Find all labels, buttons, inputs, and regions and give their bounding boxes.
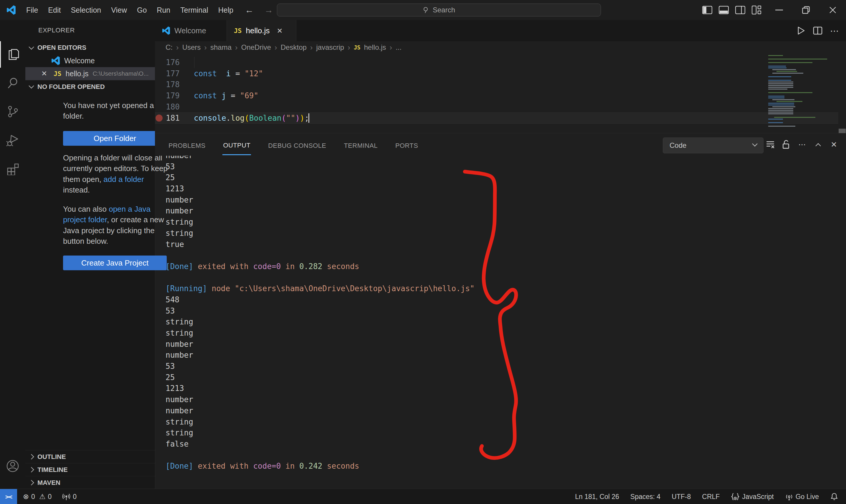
panel-more-actions-icon[interactable]: ⋯ xyxy=(797,140,807,149)
layout-controls xyxy=(702,0,761,20)
panel-tab-debug-console[interactable]: DEBUG CONSOLE xyxy=(267,134,327,155)
maximize-panel-icon[interactable] xyxy=(813,140,823,149)
outline-section[interactable]: OUTLINE xyxy=(25,450,155,463)
split-editor-icon[interactable] xyxy=(813,26,823,35)
code-text: const j = "69" xyxy=(194,90,258,101)
toggle-panel-icon[interactable] xyxy=(719,6,729,14)
language-mode[interactable]: JavaScript xyxy=(731,493,774,501)
output-line: 548 xyxy=(165,294,846,306)
ports-status[interactable]: 0 xyxy=(62,492,76,501)
vscode-window: FileEditSelectionViewGoRunTerminalHelp ←… xyxy=(0,0,846,504)
cursor-position[interactable]: Ln 181, Col 26 xyxy=(575,493,619,501)
menu-view[interactable]: View xyxy=(106,6,132,14)
code-line-179: 179const j = "69" xyxy=(155,90,838,101)
breadcrumb-separator-icon: › xyxy=(204,43,207,52)
menu-terminal[interactable]: Terminal xyxy=(175,6,213,14)
search-sidebar-icon[interactable] xyxy=(0,70,25,96)
toggle-secondary-sidebar-icon[interactable] xyxy=(735,6,745,14)
menu-file[interactable]: File xyxy=(21,6,43,14)
tab-welcome[interactable]: Welcome xyxy=(155,20,227,41)
go-live[interactable]: Go Live xyxy=(785,492,819,501)
explorer-icon[interactable] xyxy=(0,41,26,68)
code-text: console.log(Boolean("")); xyxy=(194,112,309,124)
clear-output-icon[interactable] xyxy=(765,140,775,149)
extensions-icon[interactable] xyxy=(0,155,25,182)
maven-section[interactable]: MAVEN xyxy=(25,476,155,489)
search-input[interactable]: Search xyxy=(277,3,601,17)
breadcrumb: C:›Users›shama›OneDrive›Desktop›javascri… xyxy=(155,41,846,54)
run-file-icon[interactable] xyxy=(796,26,805,35)
search-placeholder: Search xyxy=(433,6,455,14)
output-channel-dropdown[interactable]: Code xyxy=(663,138,763,154)
breadcrumb-item[interactable]: shama xyxy=(210,43,231,52)
breadcrumb-item[interactable]: Users xyxy=(182,43,201,52)
breadcrumb-item[interactable]: C: xyxy=(165,43,173,52)
more-actions-icon[interactable]: ⋯ xyxy=(830,25,839,36)
source-control-icon[interactable] xyxy=(0,98,25,125)
close-tab-icon[interactable]: ✕ xyxy=(277,27,282,35)
forward-arrow-button[interactable]: → xyxy=(260,5,277,15)
output-line xyxy=(165,450,846,461)
menu-bar: FileEditSelectionViewGoRunTerminalHelp xyxy=(21,6,238,14)
indentation[interactable]: Spaces: 4 xyxy=(630,493,660,501)
code-line-178: 178 xyxy=(155,79,838,90)
editor-scrollbar[interactable] xyxy=(838,54,846,133)
create-java-project-button[interactable]: Create Java Project xyxy=(63,255,167,270)
toggle-sidebar-icon[interactable] xyxy=(702,6,712,14)
back-arrow-button[interactable]: ← xyxy=(241,5,258,15)
output-console[interactable]: number53251213numbernumberstringstringtr… xyxy=(165,150,846,489)
open-editor-hello-js[interactable]: ✕ JS hello.js C:\Users\shama\O... xyxy=(25,67,155,80)
code-line-176: 176 xyxy=(155,57,838,68)
menu-go[interactable]: Go xyxy=(132,6,152,14)
breadcrumb-item[interactable]: javascrip xyxy=(316,43,345,52)
code-line-181: 181console.log(Boolean("")); xyxy=(155,112,838,124)
notifications-bell-icon[interactable] xyxy=(830,492,838,501)
output-line: 53 xyxy=(165,161,846,173)
account-icon[interactable] xyxy=(0,453,25,479)
problems-status[interactable]: ⊗ 0 ⚠ 0 xyxy=(23,492,52,501)
output-line: [Done] exited with code=0 in 0.282 secon… xyxy=(165,261,846,272)
remote-indicator[interactable]: >< xyxy=(0,489,17,504)
panel-tab-terminal[interactable]: TERMINAL xyxy=(343,134,378,155)
tab-hello-js[interactable]: JS hello.js ✕ xyxy=(227,20,296,41)
restore-button[interactable] xyxy=(792,0,819,20)
minimap[interactable] xyxy=(767,54,838,134)
close-editor-icon[interactable]: ✕ xyxy=(41,70,47,78)
open-folder-button[interactable]: Open Folder xyxy=(63,131,167,146)
menu-edit[interactable]: Edit xyxy=(43,6,66,14)
customize-layout-icon[interactable] xyxy=(752,5,761,14)
open-editors-section[interactable]: OPEN EDITORS xyxy=(25,41,155,54)
code-editor[interactable]: ///* ---------------- BOOLEAN ----------… xyxy=(155,54,846,133)
panel-tab-ports[interactable]: PORTS xyxy=(395,134,419,155)
breadcrumb-item[interactable]: ... xyxy=(395,43,402,52)
menu-selection[interactable]: Selection xyxy=(66,6,106,14)
output-line: 1213 xyxy=(165,183,846,195)
eol-sequence[interactable]: CRLF xyxy=(702,493,720,501)
close-window-button[interactable] xyxy=(819,0,846,20)
breadcrumb-item[interactable]: Desktop xyxy=(281,43,307,52)
scrollbar-thumb[interactable] xyxy=(839,129,846,133)
output-line: number xyxy=(165,205,846,217)
menu-run[interactable]: Run xyxy=(152,6,175,14)
line-number: 179 xyxy=(155,90,180,101)
run-debug-icon[interactable] xyxy=(0,127,25,153)
open-editor-welcome[interactable]: Welcome xyxy=(25,54,155,67)
vscode-logo-icon xyxy=(6,5,16,15)
add-a-folder-link[interactable]: add a folder xyxy=(103,175,144,184)
explorer-sidebar: EXPLORER ⋯ OPEN EDITORS Welcome ✕ JS hel… xyxy=(25,20,155,489)
unlock-icon[interactable] xyxy=(781,140,791,149)
panel-tab-problems[interactable]: PROBLEMS xyxy=(168,134,206,155)
menu-help[interactable]: Help xyxy=(213,6,238,14)
no-folder-opened-section[interactable]: NO FOLDER OPENED xyxy=(25,80,155,93)
js-file-icon: JS xyxy=(354,44,360,51)
panel-tab-output[interactable]: OUTPUT xyxy=(223,134,251,155)
encoding[interactable]: UTF-8 xyxy=(672,493,691,501)
error-icon: ⊗ xyxy=(23,492,29,501)
minimize-button[interactable] xyxy=(765,0,792,20)
breadcrumb-item[interactable]: OneDrive xyxy=(241,43,271,52)
timeline-section[interactable]: TIMELINE xyxy=(25,463,155,476)
output-line: string xyxy=(165,228,846,239)
breadcrumb-separator-icon: › xyxy=(348,43,350,52)
close-panel-icon[interactable]: ✕ xyxy=(829,140,839,149)
breadcrumb-item[interactable]: hello.js xyxy=(364,43,386,52)
